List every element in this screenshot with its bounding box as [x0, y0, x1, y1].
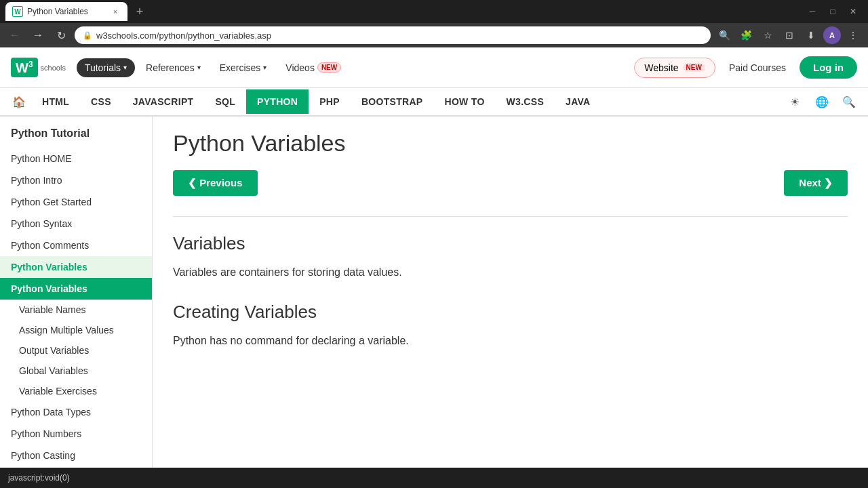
- tab-bar: W Python Variables × + ─ □ ✕: [0, 0, 868, 23]
- page-heading: Python Variables: [173, 130, 848, 157]
- creating-variables-heading: Creating Variables: [173, 302, 848, 323]
- sidebar-item-home[interactable]: Python HOME: [0, 148, 152, 169]
- tutorials-menu[interactable]: Tutorials ▾: [77, 58, 135, 77]
- sidebar-title: Python Tutorial: [0, 122, 152, 148]
- nav-bootstrap[interactable]: BOOTSTRAP: [351, 89, 434, 114]
- previous-button[interactable]: ❮ Previous: [173, 170, 258, 196]
- browser-status-bar: javascript:void(0): [0, 468, 868, 488]
- creating-variables-text: Python has no command for declaring a va…: [173, 332, 848, 350]
- login-button[interactable]: Log in: [800, 56, 857, 79]
- nav-right-icons: ☀ 🌐 🔍: [783, 89, 861, 114]
- extensions-icon[interactable]: 🧩: [736, 26, 755, 45]
- exercises-menu[interactable]: Exercises ▾: [212, 58, 275, 77]
- url-text: w3schools.com/python/python_variables.as…: [96, 30, 271, 41]
- sidebar-item-variable-names[interactable]: Variable Names: [0, 300, 152, 320]
- topic-nav-bar: 🏠 HTML CSS JAVASCRIPT SQL PYTHON PHP BOO…: [0, 88, 868, 117]
- nav-howto[interactable]: HOW TO: [433, 89, 495, 114]
- sidebar-item-casting[interactable]: Python Casting: [0, 445, 152, 466]
- tab-search-icon[interactable]: ⊡: [780, 26, 799, 45]
- status-left: javascript:void(0): [8, 473, 70, 483]
- content-nav-buttons: ❮ Previous Next ❯: [173, 170, 848, 196]
- address-bar: ← → ↻ 🔒 w3schools.com/python/python_vari…: [0, 23, 868, 47]
- close-window-button[interactable]: ✕: [844, 2, 863, 21]
- account-icon[interactable]: A: [823, 26, 841, 44]
- main-content: Python Variables ❮ Previous Next ❯ Varia…: [153, 117, 868, 468]
- reload-button[interactable]: ↻: [52, 26, 71, 45]
- variables-description: Variables are containers for storing dat…: [173, 264, 848, 281]
- paid-courses-button[interactable]: Paid Courses: [722, 58, 793, 77]
- url-bar[interactable]: 🔒 w3schools.com/python/python_variables.…: [75, 26, 711, 44]
- active-tab[interactable]: W Python Variables ×: [5, 2, 127, 21]
- sidebar-item-intro[interactable]: Python Intro: [0, 169, 152, 191]
- search-nav-icon[interactable]: 🔍: [837, 89, 861, 114]
- sidebar-item-comments[interactable]: Python Comments: [0, 235, 152, 256]
- videos-new-badge: NEW: [317, 62, 341, 73]
- nav-javascript[interactable]: JAVASCRIPT: [122, 89, 205, 114]
- site-header: W3 schools Tutorials ▾ References ▾ Exer…: [0, 47, 868, 88]
- sidebar-item-variables-active[interactable]: Python Variables: [0, 278, 152, 300]
- sidebar-item-variables-parent[interactable]: Python Variables: [0, 256, 152, 278]
- nav-java[interactable]: JAVA: [555, 89, 601, 114]
- header-navigation: Tutorials ▾ References ▾ Exercises ▾ Vid…: [77, 58, 623, 77]
- back-button[interactable]: ←: [5, 26, 24, 45]
- nav-html[interactable]: HTML: [31, 89, 80, 114]
- tab-favicon: W: [12, 6, 23, 17]
- tutorials-chevron: ▾: [123, 64, 127, 71]
- sidebar: Python Tutorial Python HOME Python Intro…: [0, 117, 153, 468]
- maximize-button[interactable]: □: [823, 2, 842, 21]
- website-button[interactable]: Website NEW: [634, 58, 715, 78]
- nav-sql[interactable]: SQL: [204, 89, 246, 114]
- tab-close-button[interactable]: ×: [110, 6, 121, 17]
- status-url: javascript:void(0): [8, 473, 70, 483]
- references-chevron: ▾: [197, 64, 201, 71]
- nav-css[interactable]: CSS: [80, 89, 122, 114]
- sidebar-item-output-variables[interactable]: Output Variables: [0, 340, 152, 361]
- variables-section-heading: Variables: [173, 233, 848, 254]
- sidebar-item-assign-multiple[interactable]: Assign Multiple Values: [0, 320, 152, 340]
- main-layout: Python Tutorial Python HOME Python Intro…: [0, 117, 868, 468]
- nav-python[interactable]: PYTHON: [246, 89, 309, 114]
- header-right: Website NEW Paid Courses Log in: [634, 56, 857, 79]
- videos-menu[interactable]: Videos NEW: [277, 58, 349, 77]
- sidebar-item-variable-exercises[interactable]: Variable Exercises: [0, 381, 152, 401]
- next-button[interactable]: Next ❯: [784, 170, 848, 196]
- language-icon[interactable]: 🌐: [810, 89, 834, 114]
- forward-button[interactable]: →: [28, 26, 47, 45]
- download-icon[interactable]: ⬇: [802, 26, 821, 45]
- star-icon[interactable]: ☆: [758, 26, 777, 45]
- section-divider: [173, 216, 848, 217]
- website-new-badge: NEW: [683, 63, 705, 72]
- sidebar-item-global-variables[interactable]: Global Variables: [0, 361, 152, 381]
- logo-schools-text: schools: [41, 64, 66, 72]
- minimize-button[interactable]: ─: [803, 2, 822, 21]
- menu-icon[interactable]: ⋮: [844, 26, 863, 45]
- exercises-chevron: ▾: [263, 64, 267, 71]
- sidebar-item-numbers[interactable]: Python Numbers: [0, 423, 152, 445]
- references-menu[interactable]: References ▾: [138, 58, 209, 77]
- theme-toggle-icon[interactable]: ☀: [783, 89, 807, 114]
- logo-badge: W3: [11, 58, 38, 78]
- new-tab-button[interactable]: +: [130, 2, 149, 21]
- home-nav-icon[interactable]: 🏠: [7, 89, 31, 114]
- sidebar-item-data-types[interactable]: Python Data Types: [0, 401, 152, 423]
- nav-php[interactable]: PHP: [309, 89, 351, 114]
- w3-logo[interactable]: W3 schools: [11, 58, 66, 78]
- sidebar-item-syntax[interactable]: Python Syntax: [0, 213, 152, 235]
- toolbar-right: 🔍 🧩 ☆ ⊡ ⬇ A ⋮: [715, 26, 863, 45]
- sidebar-item-get-started[interactable]: Python Get Started: [0, 191, 152, 213]
- tab-title: Python Variables: [27, 7, 88, 16]
- search-icon[interactable]: 🔍: [715, 26, 734, 45]
- lock-icon: 🔒: [83, 31, 92, 40]
- nav-w3css[interactable]: W3.CSS: [496, 89, 555, 114]
